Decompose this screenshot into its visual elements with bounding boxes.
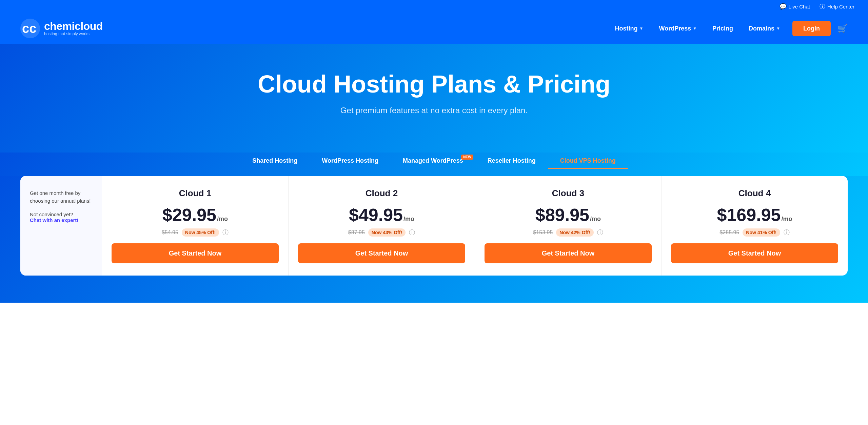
plan-cloud-2: Cloud 2 $49.95 /mo $87.95 Now 43% Off! ⓘ…: [288, 176, 475, 276]
plan-3-cta[interactable]: Get Started Now: [485, 243, 652, 263]
cart-icon: 🛒: [837, 24, 848, 33]
chevron-down-icon: ▼: [693, 26, 697, 31]
plan-cloud-4: Cloud 4 $169.95 /mo $285.95 Now 41% Off!…: [661, 176, 848, 276]
pricing-card: Get one month free by choosing our annua…: [20, 176, 848, 276]
plan-cloud-3: Cloud 3 $89.95 /mo $153.95 Now 42% Off! …: [475, 176, 661, 276]
main-nav: Hosting ▼ WordPress ▼ Pricing Domains ▼ …: [609, 21, 848, 36]
nav-wordpress[interactable]: WordPress ▼: [653, 22, 703, 35]
plan-2-badge: Now 43% Off!: [368, 228, 406, 237]
plan-2-original-row: $87.95 Now 43% Off! ⓘ: [348, 228, 415, 237]
chevron-down-icon: ▼: [639, 26, 644, 31]
plan-4-price-mo: /mo: [781, 216, 792, 223]
plan-2-original: $87.95: [348, 229, 365, 236]
plan-4-name: Cloud 4: [738, 188, 771, 199]
cart-button[interactable]: 🛒: [837, 24, 848, 33]
plan-4-original: $285.95: [719, 229, 739, 236]
svg-text:cc: cc: [22, 21, 36, 36]
hero-subtitle: Get premium features at no extra cost in…: [14, 106, 854, 115]
plan-3-name: Cloud 3: [552, 188, 584, 199]
plan-columns: Cloud 1 $29.95 /mo $54.95 Now 45% Off! ⓘ…: [102, 176, 848, 276]
live-chat-link[interactable]: 💬 Live Chat: [780, 3, 810, 10]
plan-2-info-icon[interactable]: ⓘ: [409, 228, 415, 237]
hosting-tabs: Shared Hosting WordPress Hosting Managed…: [0, 153, 868, 176]
new-badge: NEW: [461, 155, 473, 160]
plan-cloud-1: Cloud 1 $29.95 /mo $54.95 Now 45% Off! ⓘ…: [102, 176, 288, 276]
plan-4-price-main: $169.95: [717, 205, 781, 225]
site-header: cc chemicloud hosting that simply works …: [0, 13, 868, 44]
plan-1-price-mo: /mo: [217, 216, 228, 223]
plan-4-badge: Now 41% Off!: [743, 228, 780, 237]
logo-brand: chemicloud: [44, 21, 103, 32]
tab-cloud-vps-hosting[interactable]: Cloud VPS Hosting: [548, 153, 628, 169]
nav-pricing[interactable]: Pricing: [706, 22, 739, 35]
plan-1-info-icon[interactable]: ⓘ: [222, 228, 229, 237]
plan-4-original-row: $285.95 Now 41% Off! ⓘ: [719, 228, 789, 237]
plan-1-cta[interactable]: Get Started Now: [112, 243, 279, 263]
plan-3-original: $153.95: [533, 229, 553, 236]
plan-2-price-main: $49.95: [349, 205, 403, 225]
plan-3-original-row: $153.95 Now 42% Off! ⓘ: [533, 228, 603, 237]
tab-wordpress-hosting[interactable]: WordPress Hosting: [310, 153, 391, 169]
plan-3-price: $89.95 /mo: [535, 205, 601, 225]
sidebar-prompt: Not convinced yet?: [30, 211, 92, 217]
chat-icon: 💬: [780, 3, 787, 10]
plan-4-price: $169.95 /mo: [717, 205, 792, 225]
chevron-down-icon: ▼: [776, 26, 780, 31]
plan-4-cta[interactable]: Get Started Now: [671, 243, 838, 263]
plan-1-original-row: $54.95 Now 45% Off! ⓘ: [162, 228, 229, 237]
plan-1-original: $54.95: [162, 229, 178, 236]
plan-3-price-mo: /mo: [590, 216, 601, 223]
plan-1-price-main: $29.95: [162, 205, 216, 225]
plan-2-name: Cloud 2: [366, 188, 398, 199]
plan-2-cta[interactable]: Get Started Now: [298, 243, 465, 263]
nav-hosting[interactable]: Hosting ▼: [609, 22, 650, 35]
sidebar-promo-text: Get one month free by choosing our annua…: [30, 189, 92, 205]
plan-3-info-icon[interactable]: ⓘ: [597, 228, 603, 237]
help-center-link[interactable]: ⓘ Help Center: [820, 3, 854, 11]
hero-title: Cloud Hosting Plans & Pricing: [14, 71, 854, 98]
plan-4-info-icon[interactable]: ⓘ: [784, 228, 790, 237]
plan-2-price: $49.95 /mo: [349, 205, 414, 225]
pricing-sidebar: Get one month free by choosing our annua…: [20, 176, 102, 276]
tab-shared-hosting[interactable]: Shared Hosting: [240, 153, 310, 169]
plan-1-price: $29.95 /mo: [162, 205, 228, 225]
plan-3-badge: Now 42% Off!: [556, 228, 593, 237]
top-bar: 💬 Live Chat ⓘ Help Center: [0, 0, 868, 13]
hero-section: Cloud Hosting Plans & Pricing Get premiu…: [0, 44, 868, 153]
plan-1-badge: Now 45% Off!: [182, 228, 219, 237]
tab-managed-wordpress[interactable]: Managed WordPress NEW: [391, 153, 475, 169]
login-button[interactable]: Login: [792, 21, 831, 36]
logo-tagline: hosting that simply works: [44, 32, 103, 36]
nav-domains[interactable]: Domains ▼: [743, 22, 786, 35]
pricing-section: Get one month free by choosing our annua…: [0, 176, 868, 303]
sidebar-chat-link[interactable]: Chat with an expert!: [30, 217, 92, 223]
plan-3-price-main: $89.95: [535, 205, 589, 225]
tab-reseller-hosting[interactable]: Reseller Hosting: [475, 153, 548, 169]
logo-icon: cc: [20, 19, 40, 38]
logo[interactable]: cc chemicloud hosting that simply works: [20, 19, 103, 38]
help-icon: ⓘ: [820, 3, 825, 11]
plan-1-name: Cloud 1: [179, 188, 211, 199]
plan-2-price-mo: /mo: [403, 216, 414, 223]
